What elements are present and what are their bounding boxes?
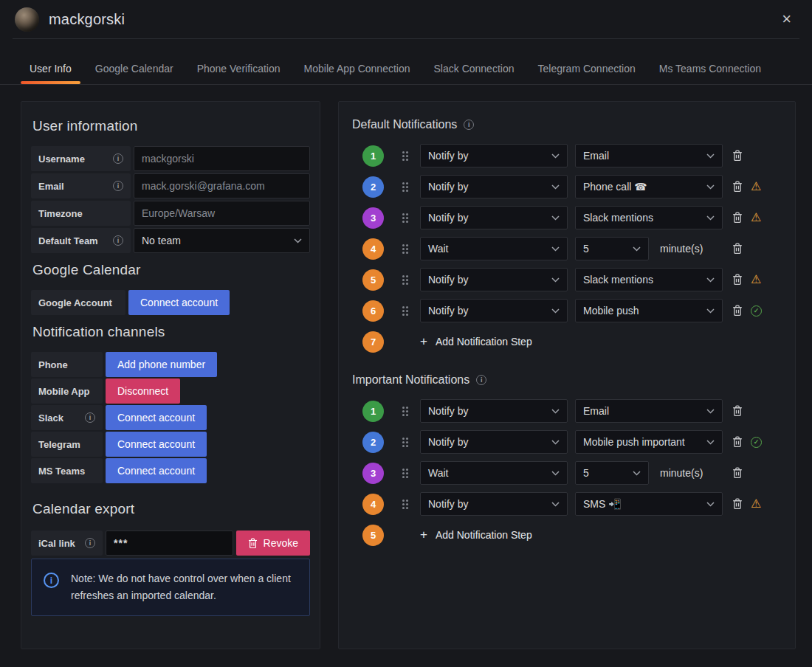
tab-telegram-connection[interactable]: Telegram Connection bbox=[529, 58, 644, 84]
connect-google-account-button[interactable]: Connect account bbox=[128, 290, 230, 315]
email-field[interactable]: mack.gorski@grafana.com bbox=[134, 173, 310, 198]
chevron-down-icon bbox=[551, 440, 560, 445]
delete-step-button[interactable] bbox=[732, 436, 743, 448]
telegram-label: Telegram bbox=[31, 432, 103, 457]
step-action-select[interactable]: Notify by bbox=[420, 206, 568, 229]
info-icon: i bbox=[85, 538, 95, 548]
chevron-down-icon bbox=[706, 409, 715, 414]
tab-slack-connection[interactable]: Slack Connection bbox=[425, 58, 523, 84]
info-icon: i bbox=[85, 412, 95, 423]
ms-teams-channel-row: MS Teams Connect account bbox=[31, 458, 310, 483]
trash-icon bbox=[732, 405, 743, 417]
delete-step-button[interactable] bbox=[732, 405, 743, 417]
page-title: mackgorski bbox=[49, 11, 125, 28]
default-team-label: Default Team i bbox=[31, 228, 131, 253]
step-channel-select[interactable]: SMS 📲 bbox=[575, 492, 723, 516]
step-number: 5 bbox=[362, 525, 384, 546]
google-calendar-heading: Google Calendar bbox=[32, 262, 310, 278]
wait-duration-select[interactable]: 5 bbox=[575, 461, 649, 485]
delete-step-button[interactable] bbox=[732, 498, 743, 510]
info-icon: i bbox=[476, 375, 486, 385]
wait-duration-select[interactable]: 5 bbox=[575, 237, 649, 260]
chevron-down-icon bbox=[706, 502, 715, 507]
step-action-select[interactable]: Notify by bbox=[420, 299, 568, 322]
drag-handle-icon[interactable] bbox=[402, 244, 409, 254]
connect-slack-button[interactable]: Connect account bbox=[106, 405, 207, 430]
trash-icon bbox=[732, 243, 743, 255]
step-channel-select[interactable]: Email bbox=[575, 144, 723, 167]
add-notification-step-button[interactable]: + Add Notification Step bbox=[420, 334, 532, 349]
add-notification-step-button[interactable]: + Add Notification Step bbox=[420, 528, 532, 542]
close-icon[interactable]: × bbox=[779, 10, 794, 29]
disconnect-mobile-app-button[interactable]: Disconnect bbox=[106, 379, 180, 404]
success-check-icon: ✓ bbox=[751, 305, 762, 317]
step-action-select[interactable]: Wait bbox=[420, 461, 568, 485]
delete-step-button[interactable] bbox=[732, 274, 743, 286]
drag-handle-icon[interactable] bbox=[402, 182, 409, 192]
connect-ms-teams-button[interactable]: Connect account bbox=[106, 458, 207, 483]
chevron-down-icon bbox=[551, 246, 560, 252]
step-action-select[interactable]: Notify by bbox=[420, 144, 568, 167]
chevron-down-icon bbox=[633, 471, 641, 476]
ms-teams-label: MS Teams bbox=[31, 458, 103, 483]
delete-step-button[interactable] bbox=[732, 305, 743, 317]
chevron-down-icon bbox=[551, 153, 560, 159]
step-action-select[interactable]: Notify by bbox=[420, 175, 568, 198]
chevron-down-icon bbox=[551, 215, 560, 221]
step-channel-select[interactable]: Mobile push important bbox=[575, 430, 723, 454]
trash-icon bbox=[732, 274, 743, 286]
delete-step-button[interactable] bbox=[732, 181, 743, 193]
delete-step-button[interactable] bbox=[732, 150, 743, 162]
delete-step-button[interactable] bbox=[732, 243, 743, 255]
revoke-button[interactable]: Revoke bbox=[236, 531, 310, 556]
chevron-down-icon bbox=[294, 238, 302, 243]
tab-ms-teams-connection[interactable]: Ms Teams Connection bbox=[650, 58, 770, 84]
mobile-app-label: Mobile App bbox=[31, 379, 103, 404]
timezone-field[interactable]: Europe/Warsaw bbox=[134, 201, 310, 226]
step-action-select[interactable]: Notify by bbox=[420, 399, 568, 423]
info-icon: i bbox=[44, 573, 59, 588]
drag-handle-icon[interactable] bbox=[402, 213, 409, 223]
connect-telegram-button[interactable]: Connect account bbox=[106, 432, 207, 457]
tab-user-info[interactable]: User Info bbox=[21, 58, 80, 84]
modal-header: mackgorski × bbox=[0, 0, 812, 38]
tab-mobile-app-connection[interactable]: Mobile App Connection bbox=[295, 58, 419, 84]
step-action-select[interactable]: Notify by bbox=[420, 268, 568, 291]
add-phone-number-button[interactable]: Add phone number bbox=[106, 352, 217, 377]
chevron-down-icon bbox=[633, 246, 641, 252]
step-action-select[interactable]: Notify by bbox=[420, 430, 568, 454]
drag-handle-icon[interactable] bbox=[402, 438, 409, 447]
plus-icon: + bbox=[420, 334, 427, 349]
step-channel-select[interactable]: Email bbox=[575, 399, 723, 423]
warning-icon: ⚠ bbox=[751, 498, 761, 510]
drag-handle-icon[interactable] bbox=[402, 500, 409, 509]
step-channel-select[interactable]: Mobile push bbox=[575, 299, 723, 322]
drag-handle-icon[interactable] bbox=[402, 306, 409, 316]
google-account-label: Google Account bbox=[31, 290, 125, 315]
drag-handle-icon[interactable] bbox=[402, 151, 409, 161]
step-channel-select[interactable]: Phone call ☎ bbox=[575, 175, 723, 198]
ical-link-label: iCal link i bbox=[31, 531, 103, 556]
username-row: Username i mackgorski bbox=[31, 146, 310, 171]
tab-phone-verification[interactable]: Phone Verification bbox=[188, 58, 289, 84]
delete-step-button[interactable] bbox=[732, 212, 743, 224]
default-team-select[interactable]: No team bbox=[134, 228, 310, 253]
step-channel-select[interactable]: Slack mentions bbox=[575, 268, 723, 291]
step-channel-select[interactable]: Slack mentions bbox=[575, 206, 723, 229]
step-action-select[interactable]: Notify by bbox=[420, 492, 568, 516]
warning-icon: ⚠ bbox=[751, 274, 761, 286]
tab-google-calendar[interactable]: Google Calendar bbox=[86, 58, 182, 84]
wait-unit-label: minute(s) bbox=[660, 243, 723, 255]
step-number: 6 bbox=[362, 300, 384, 322]
delete-step-button[interactable] bbox=[732, 467, 743, 479]
step-action-select[interactable]: Wait bbox=[420, 237, 568, 260]
trash-icon bbox=[732, 436, 743, 448]
chevron-down-icon bbox=[551, 471, 560, 476]
avatar bbox=[15, 7, 39, 32]
username-field[interactable]: mackgorski bbox=[134, 146, 310, 171]
notification-step: 5 Notify by Slack mentions ⚠ bbox=[351, 268, 795, 291]
ical-link-field[interactable]: *** bbox=[106, 531, 233, 556]
drag-handle-icon[interactable] bbox=[402, 275, 409, 285]
drag-handle-icon[interactable] bbox=[402, 469, 409, 478]
drag-handle-icon[interactable] bbox=[402, 407, 409, 416]
